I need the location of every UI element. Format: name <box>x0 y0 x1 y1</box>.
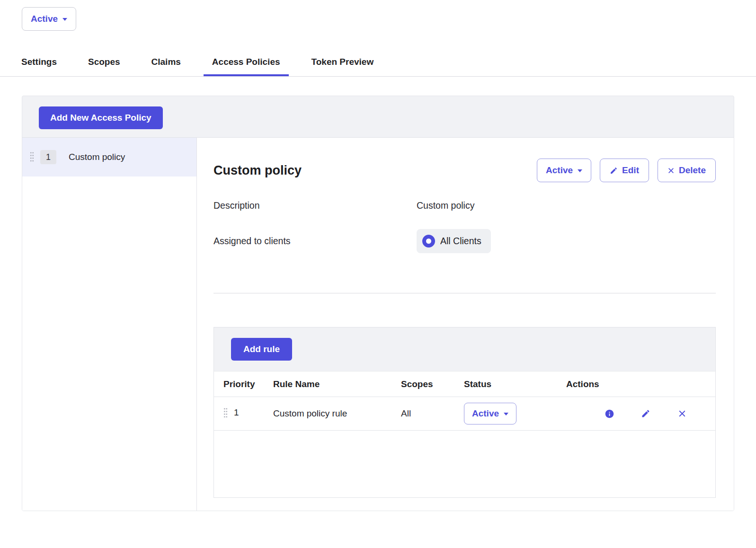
add-new-access-policy-button[interactable]: Add New Access Policy <box>39 106 163 129</box>
rule-status-label: Active <box>472 408 499 419</box>
all-clients-chip: All Clients <box>417 229 491 253</box>
policy-priority-badge: 1 <box>40 150 56 164</box>
description-label: Description <box>213 200 417 211</box>
divider <box>213 293 716 293</box>
policy-detail-status-label: Active <box>546 165 573 176</box>
radio-selected-icon <box>422 235 435 247</box>
all-clients-label: All Clients <box>440 236 481 247</box>
col-priority: Priority <box>214 371 273 397</box>
policy-status-label: Active <box>31 14 58 24</box>
rule-delete-button[interactable] <box>677 408 687 419</box>
rules-table: Priority Rule Name Scopes Status Actions <box>214 371 715 431</box>
col-actions: Actions <box>557 371 715 397</box>
info-icon <box>605 409 614 419</box>
policy-detail-header: Custom policy Active Edit Delete <box>213 159 716 182</box>
assigned-clients-row: Assigned to clients All Clients <box>213 229 716 253</box>
delete-policy-button[interactable]: Delete <box>658 159 716 182</box>
rule-scopes: All <box>401 397 464 431</box>
tab-token-preview[interactable]: Token Preview <box>303 50 382 76</box>
drag-handle-icon[interactable] <box>30 151 34 163</box>
close-icon <box>667 167 675 174</box>
tab-access-policies[interactable]: Access Policies <box>204 50 289 76</box>
access-policies-panel: Add New Access Policy 1 Custom policy Cu… <box>22 96 734 511</box>
chevron-down-icon <box>578 169 582 172</box>
rule-info-button[interactable] <box>604 408 614 419</box>
policy-title: Custom policy <box>213 163 302 178</box>
tab-scopes[interactable]: Scopes <box>80 50 129 76</box>
pencil-icon <box>610 167 618 175</box>
panel-content: 1 Custom policy Custom policy Active Edi… <box>22 137 734 511</box>
add-rule-button[interactable]: Add rule <box>231 338 292 361</box>
chevron-down-icon <box>62 18 67 21</box>
rules-section: Add rule Priority Rule Name Scopes Statu… <box>213 327 716 498</box>
pencil-icon <box>641 409 650 418</box>
tab-claims[interactable]: Claims <box>143 50 189 76</box>
edit-policy-label: Edit <box>622 165 639 176</box>
rule-priority: 1 <box>234 407 239 418</box>
policy-status-dropdown[interactable]: Active <box>22 7 76 31</box>
rule-name: Custom policy rule <box>273 397 401 431</box>
rule-status-cell: Active <box>464 397 557 431</box>
policy-list: 1 Custom policy <box>22 138 197 511</box>
rule-priority-cell: 1 <box>214 397 273 431</box>
assigned-to-clients-label: Assigned to clients <box>213 236 417 247</box>
rules-toolbar: Add rule <box>214 327 715 371</box>
drag-handle-icon[interactable] <box>223 407 228 417</box>
col-status: Status <box>464 371 557 397</box>
delete-policy-label: Delete <box>679 165 706 176</box>
chevron-down-icon <box>504 413 508 415</box>
tab-bar: Settings Scopes Claims Access Policies T… <box>0 50 756 77</box>
rules-header-row: Priority Rule Name Scopes Status Actions <box>214 371 715 397</box>
rule-row: 1 Custom policy rule All Active <box>214 397 715 431</box>
tab-settings[interactable]: Settings <box>13 50 65 76</box>
policy-list-item-label: Custom policy <box>69 152 125 162</box>
rule-actions-cell <box>557 397 715 431</box>
description-row: Description Custom policy <box>213 200 716 211</box>
policy-detail: Custom policy Active Edit Delete <box>197 138 734 511</box>
col-scopes: Scopes <box>401 371 464 397</box>
description-value: Custom policy <box>417 200 474 211</box>
rule-status-dropdown[interactable]: Active <box>464 403 516 424</box>
close-icon <box>678 409 686 418</box>
policy-header-actions: Active Edit Delete <box>537 159 716 182</box>
policy-list-item[interactable]: 1 Custom policy <box>22 138 196 177</box>
policy-detail-status-dropdown[interactable]: Active <box>537 159 591 182</box>
col-rule-name: Rule Name <box>273 371 401 397</box>
edit-policy-button[interactable]: Edit <box>600 159 649 182</box>
rule-edit-button[interactable] <box>640 408 651 419</box>
